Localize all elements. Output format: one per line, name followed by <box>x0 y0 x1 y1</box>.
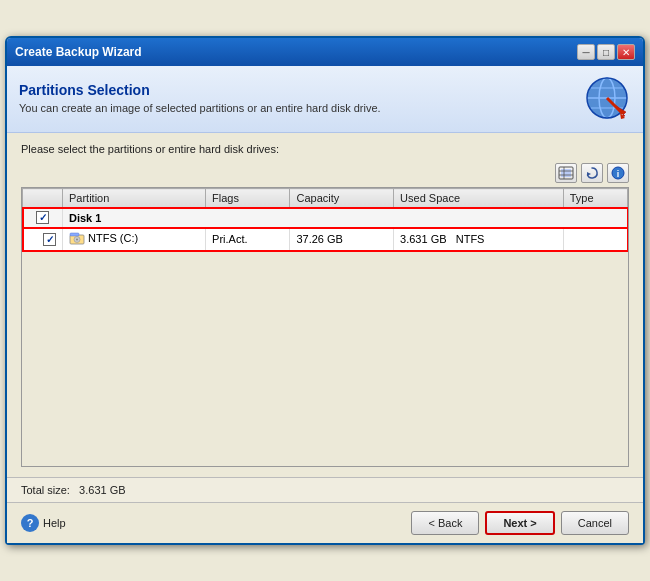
partition-checkbox-cell[interactable] <box>23 228 63 251</box>
svg-point-18 <box>76 239 78 241</box>
total-size-value: 3.631 GB <box>79 484 125 496</box>
cancel-button[interactable]: Cancel <box>561 511 629 535</box>
svg-rect-9 <box>561 169 571 177</box>
help-label: Help <box>43 517 66 529</box>
section-icon <box>583 74 631 122</box>
partition-flags: Pri.Act. <box>206 228 290 251</box>
toolbar-btn-1[interactable] <box>555 163 577 183</box>
partition-table: Partition Flags Capacity Used Space Type <box>22 188 628 251</box>
help-icon: ? <box>21 514 39 532</box>
next-button[interactable]: Next > <box>485 511 554 535</box>
svg-marker-13 <box>587 172 591 176</box>
section-title: Partitions Selection <box>19 82 381 98</box>
help-button[interactable]: ? Help <box>21 514 66 532</box>
col-partition: Partition <box>63 189 206 208</box>
total-size-label: Total size: <box>21 484 70 496</box>
section-header: Partitions Selection You can create an i… <box>7 66 643 133</box>
col-flags: Flags <box>206 189 290 208</box>
toolbar-row: i <box>21 163 629 183</box>
disk-row[interactable]: Disk 1 <box>23 208 628 228</box>
back-button[interactable]: < Back <box>411 511 479 535</box>
svg-rect-19 <box>70 233 79 236</box>
close-button[interactable]: ✕ <box>617 44 635 60</box>
svg-text:i: i <box>617 169 620 179</box>
partition-usedspace: 3.631 GB NTFS <box>394 228 564 251</box>
disk1-label: Disk 1 <box>63 208 628 228</box>
col-checkbox <box>23 189 63 208</box>
instructions-text: Please select the partitions or entire h… <box>21 143 629 155</box>
toolbar-btn-2[interactable] <box>581 163 603 183</box>
partition-table-area: Partition Flags Capacity Used Space Type <box>21 187 629 467</box>
col-capacity: Capacity <box>290 189 394 208</box>
status-bar: Total size: 3.631 GB <box>7 477 643 502</box>
ntfs-drive-icon <box>69 231 85 245</box>
section-description: You can create an image of selected part… <box>19 102 381 114</box>
footer-buttons: < Back Next > Cancel <box>411 511 629 535</box>
minimize-button[interactable]: ─ <box>577 44 595 60</box>
col-type: Type <box>563 189 627 208</box>
used-space-value: 3.631 GB <box>400 233 446 245</box>
partition-type: NTFS <box>456 233 485 245</box>
partition-checkbox[interactable] <box>43 233 56 246</box>
disk1-checkbox-cell[interactable] <box>23 208 63 228</box>
disk1-checkbox[interactable] <box>36 211 49 224</box>
wizard-window: Create Backup Wizard ─ □ ✕ Partitions Se… <box>5 36 645 545</box>
partition-name: NTFS (C:) <box>88 232 138 244</box>
col-usedspace: Used Space <box>394 189 564 208</box>
main-content: Please select the partitions or entire h… <box>7 133 643 477</box>
title-bar: Create Backup Wizard ─ □ ✕ <box>7 38 643 66</box>
title-bar-buttons: ─ □ ✕ <box>577 44 635 60</box>
partition-name-cell: NTFS (C:) <box>63 228 206 251</box>
window-title: Create Backup Wizard <box>15 45 142 59</box>
maximize-button[interactable]: □ <box>597 44 615 60</box>
partition-capacity: 37.26 GB <box>290 228 394 251</box>
partition-type-cell <box>563 228 627 251</box>
footer: ? Help < Back Next > Cancel <box>7 502 643 543</box>
toolbar-btn-info[interactable]: i <box>607 163 629 183</box>
partition-row[interactable]: NTFS (C:) Pri.Act. 37.26 GB 3.631 GB NTF… <box>23 228 628 251</box>
table-scroll[interactable]: Partition Flags Capacity Used Space Type <box>22 188 628 466</box>
